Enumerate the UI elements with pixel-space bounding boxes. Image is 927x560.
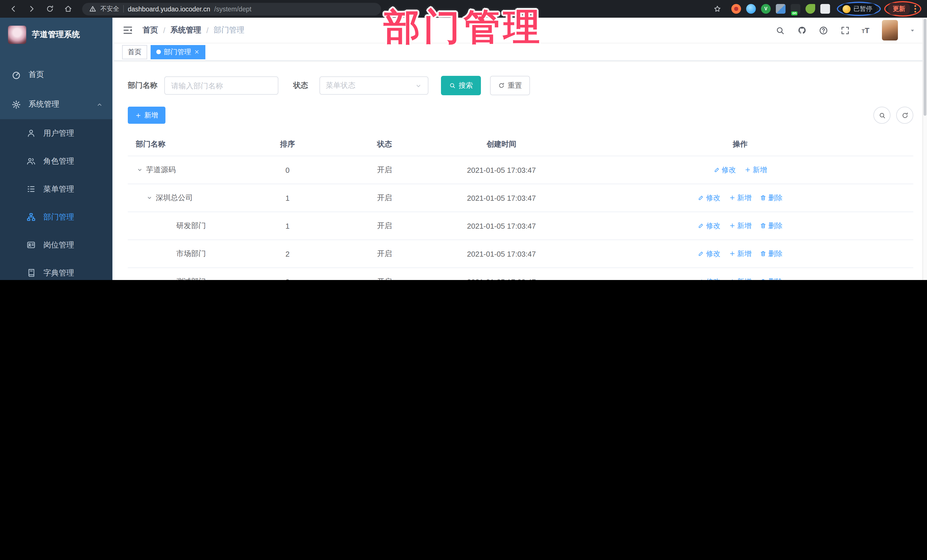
breadcrumb-separator: / xyxy=(207,26,209,35)
plus-icon xyxy=(729,279,736,280)
edit-link[interactable]: 修改 xyxy=(698,221,720,231)
ext-grid-icon[interactable] xyxy=(776,4,786,14)
edit-link[interactable]: 修改 xyxy=(713,165,736,175)
profile-paused-chip[interactable]: 已暂停 xyxy=(841,3,877,14)
edit-icon xyxy=(698,279,705,280)
header-search-icon[interactable] xyxy=(775,25,785,35)
ext-drop-icon[interactable] xyxy=(746,4,756,14)
ext-target-icon[interactable] xyxy=(731,4,741,14)
tab-label: 部门管理 xyxy=(164,47,191,57)
gear-icon xyxy=(11,100,21,109)
ext-v-icon[interactable]: V xyxy=(761,4,771,14)
annotation-ellipse-blue: 已暂停 xyxy=(837,2,881,16)
browser-update-button[interactable]: 更新 xyxy=(888,3,910,15)
ext-on-switch-icon[interactable]: on xyxy=(791,4,800,14)
status-select[interactable]: 菜单状态 xyxy=(319,76,429,95)
delete-link[interactable]: 删除 xyxy=(760,221,783,231)
home-icon[interactable] xyxy=(61,3,75,15)
logo-rabbit-image xyxy=(8,26,26,44)
delete-link[interactable]: 删除 xyxy=(760,193,783,203)
sort-value: 0 xyxy=(242,156,333,184)
breadcrumb: 首页/系统管理/部门管理 xyxy=(143,25,245,35)
toggle-search-button[interactable] xyxy=(873,107,891,124)
browser-menu-icon[interactable] xyxy=(913,5,917,12)
edit-link[interactable]: 修改 xyxy=(698,277,720,280)
add-link[interactable]: 新增 xyxy=(745,165,767,175)
ext-puzzle-icon[interactable] xyxy=(820,4,830,14)
plus-icon xyxy=(135,112,141,118)
avatar-caret-icon[interactable] xyxy=(909,27,916,33)
sidebar-item-home[interactable]: 首页 xyxy=(0,60,112,90)
sidebar-item-dict-mgmt[interactable]: 字典管理 xyxy=(0,259,112,280)
scrollbar-thumb[interactable] xyxy=(924,19,926,116)
add-button[interactable]: 新增 xyxy=(128,107,166,124)
sidebar-item-post-mgmt[interactable]: 岗位管理 xyxy=(0,231,112,259)
table-row[interactable]: 市场部门2开启2021-01-05 17:03:47修改新增删除 xyxy=(128,240,913,268)
search-button[interactable]: 搜索 xyxy=(441,76,481,95)
dept-name-label: 部门名称 xyxy=(128,80,158,91)
sidebar-item-role-mgmt[interactable]: 角色管理 xyxy=(0,147,112,175)
github-icon[interactable] xyxy=(797,25,807,35)
delete-link[interactable]: 删除 xyxy=(760,249,783,259)
paused-label: 已暂停 xyxy=(853,5,872,13)
table-row[interactable]: 测试部门3开启2021-01-05 17:03:47修改新增删除 xyxy=(128,268,913,280)
trash-icon xyxy=(760,279,767,280)
breadcrumb-item[interactable]: 系统管理 xyxy=(170,25,201,35)
back-icon[interactable] xyxy=(6,3,21,15)
reload-icon[interactable] xyxy=(42,3,57,15)
sidebar-toggle-icon[interactable] xyxy=(122,24,134,36)
font-size-icon[interactable]: TT xyxy=(862,27,869,34)
table-row[interactable]: 深圳总公司1开启2021-01-05 17:03:47修改新增删除 xyxy=(128,184,913,212)
sidebar-item-system[interactable]: 系统管理 xyxy=(0,90,112,119)
search-icon xyxy=(878,111,886,119)
tab-dept[interactable]: 部门管理 xyxy=(150,45,205,59)
column-header-4: 创建时间 xyxy=(436,133,567,156)
sidebar-item-dept-mgmt[interactable]: 部门管理 xyxy=(0,203,112,231)
plus-icon xyxy=(729,250,736,257)
sidebar-item-user-mgmt[interactable]: 用户管理 xyxy=(0,119,112,147)
table-row[interactable]: 研发部门1开启2021-01-05 17:03:47修改新增删除 xyxy=(128,212,913,240)
action-label: 新增 xyxy=(737,277,752,280)
sort-value: 1 xyxy=(242,212,333,240)
column-header-5: 操作 xyxy=(567,133,913,156)
delete-link[interactable]: 删除 xyxy=(760,277,783,280)
sidebar-item-label: 部门管理 xyxy=(43,212,74,222)
edit-link[interactable]: 修改 xyxy=(698,249,720,259)
refresh-table-button[interactable] xyxy=(896,107,913,124)
add-link[interactable]: 新增 xyxy=(729,277,752,280)
address-bar[interactable]: 不安全 dashboard.yudao.iocoder.cn/system/de… xyxy=(82,3,381,15)
tab-home[interactable]: 首页 xyxy=(122,45,147,59)
add-link[interactable]: 新增 xyxy=(729,249,752,259)
reset-button[interactable]: 重置 xyxy=(490,76,530,95)
table-row[interactable]: 芋道源码0开启2021-01-05 17:03:47修改新增 xyxy=(128,156,913,184)
add-link[interactable]: 新增 xyxy=(729,221,752,231)
security-label: 不安全 xyxy=(100,5,119,13)
edit-link[interactable]: 修改 xyxy=(698,193,720,203)
sort-value: 2 xyxy=(242,240,333,268)
expand-caret-icon[interactable] xyxy=(136,166,144,174)
bookmark-star-icon[interactable] xyxy=(710,3,725,15)
fullscreen-icon[interactable] xyxy=(840,25,850,35)
help-icon[interactable] xyxy=(818,25,828,35)
browser-toolbar: 不安全 dashboard.yudao.iocoder.cn/system/de… xyxy=(0,0,927,18)
created-time: 2021-01-05 17:03:47 xyxy=(436,240,567,268)
action-label: 删除 xyxy=(768,193,783,203)
dept-name: 研发部门 xyxy=(176,221,206,231)
dept-name-input[interactable] xyxy=(164,76,278,95)
sidebar-item-menu-mgmt[interactable]: 菜单管理 xyxy=(0,175,112,203)
sort-value: 3 xyxy=(242,268,333,280)
add-link[interactable]: 新增 xyxy=(729,193,752,203)
ext-leaf-icon[interactable] xyxy=(805,4,815,14)
action-label: 修改 xyxy=(706,277,720,280)
edit-icon xyxy=(713,167,720,173)
expand-caret-icon[interactable] xyxy=(146,194,153,202)
table-toolbar: 新增 xyxy=(128,107,913,124)
page-scrollbar[interactable] xyxy=(922,18,927,280)
close-icon[interactable] xyxy=(194,49,200,55)
forward-icon[interactable] xyxy=(24,3,39,15)
breadcrumb-item[interactable]: 首页 xyxy=(143,25,158,35)
app-logo-row[interactable]: 芋道管理系统 xyxy=(0,18,112,51)
sidebar-item-label: 系统管理 xyxy=(29,99,59,109)
avatar[interactable] xyxy=(882,20,898,41)
url-host: dashboard.yudao.iocoder.cn xyxy=(128,5,210,12)
